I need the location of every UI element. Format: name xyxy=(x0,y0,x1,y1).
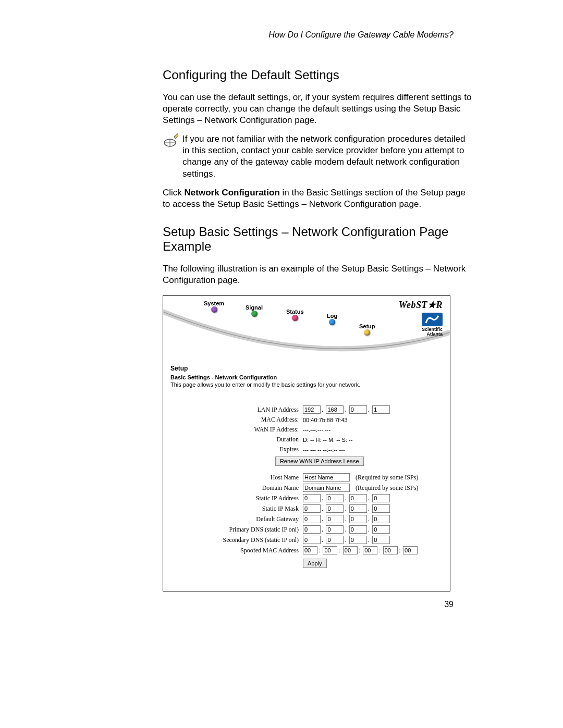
dns2-3[interactable] xyxy=(349,536,367,544)
spoof-mac-5[interactable] xyxy=(383,546,398,554)
settings-form: LAN IP Address . . . MAC Address: 00:40:… xyxy=(218,404,420,569)
apply-button[interactable]: Apply xyxy=(303,559,327,568)
orb-setup xyxy=(364,329,370,336)
running-header: How Do I Configure the Gateway Cable Mod… xyxy=(268,30,454,40)
panel-title: Setup xyxy=(170,365,443,372)
value-wan-ip: ---.---.---.--- xyxy=(301,425,420,435)
paragraph-click: Click Network Configuration in the Basic… xyxy=(163,187,474,210)
nav-log[interactable]: Log xyxy=(327,313,337,326)
label-dns2: Secondary DNS (static IP onl) xyxy=(218,535,301,545)
spoof-mac-4[interactable] xyxy=(363,546,377,554)
static-ip-1[interactable] xyxy=(303,494,321,502)
row-host: Host Name (Required by some ISPs) xyxy=(218,472,420,483)
dns2-2[interactable] xyxy=(326,536,344,544)
renew-lease-button[interactable]: Renew WAN IP Address Lease xyxy=(275,456,364,466)
label-wan-ip: WAN IP Address: xyxy=(218,425,301,435)
static-mask-3[interactable] xyxy=(349,504,367,513)
label-dns1: Primary DNS (static IP onl) xyxy=(218,524,301,535)
lan-ip-octet-1[interactable] xyxy=(303,405,321,414)
dns2-1[interactable] xyxy=(303,536,321,544)
row-spoof-mac: Spoofed MAC Address : : : : : xyxy=(218,545,420,556)
screenshot-panel: System Signal Status Log Setup WebST★R xyxy=(163,295,450,591)
orb-signal xyxy=(251,311,258,317)
dns1-4[interactable] xyxy=(372,525,390,534)
paragraph-default: You can use the default settings, or, if… xyxy=(163,92,474,126)
brand-area: WebST★R Scientific Atlanta xyxy=(399,299,443,337)
heading-default-settings: Configuring the Default Settings xyxy=(163,68,474,82)
label-spoof-mac: Spoofed MAC Address xyxy=(218,545,301,556)
row-dns2: Secondary DNS (static IP onl) . . . xyxy=(218,535,420,545)
gateway-1[interactable] xyxy=(303,515,321,523)
row-duration: Duration D: -- H: -- M: -- S: -- xyxy=(218,435,420,445)
label-static-mask: Static IP Mask xyxy=(218,503,301,514)
lan-ip-octet-2[interactable] xyxy=(326,405,344,414)
panel-subtitle: Basic Settings - Network Configuration xyxy=(170,374,443,380)
label-mac: MAC Address: xyxy=(218,415,301,425)
row-static-mask: Static IP Mask . . . xyxy=(218,503,420,514)
nav-setup[interactable]: Setup xyxy=(359,323,375,337)
spoof-mac-1[interactable] xyxy=(303,546,317,554)
domain-required-note: (Required by some ISPs) xyxy=(351,484,418,491)
heading-example: Setup Basic Settings – Network Configura… xyxy=(163,225,474,254)
row-expires: Expires --- --- -- --:--:-- --- xyxy=(218,445,420,454)
note-icon xyxy=(163,131,179,150)
nav-signal[interactable]: Signal xyxy=(246,304,263,318)
dns1-2[interactable] xyxy=(326,525,344,534)
dns2-4[interactable] xyxy=(372,536,390,544)
panel-description: This page allows you to enter or modify … xyxy=(170,381,443,388)
static-mask-4[interactable] xyxy=(372,504,390,513)
spoof-mac-3[interactable] xyxy=(343,546,358,554)
gateway-4[interactable] xyxy=(372,515,390,523)
value-mac: 00:40:7b:88:7f:43 xyxy=(301,415,420,425)
value-expires: --- --- -- --:--:-- --- xyxy=(301,445,420,454)
nav-arc: System Signal Status Log Setup WebST★R xyxy=(163,296,450,361)
host-name-input[interactable] xyxy=(303,473,350,482)
dns1-3[interactable] xyxy=(349,525,367,534)
lan-ip-octet-4[interactable] xyxy=(372,405,390,414)
row-wan-ip: WAN IP Address: ---.---.---.--- xyxy=(218,425,420,435)
paragraph-example: The following illustration is an example… xyxy=(163,263,474,286)
domain-name-input[interactable] xyxy=(303,484,350,492)
orb-system xyxy=(211,306,217,313)
label-expires: Expires xyxy=(218,445,301,454)
row-mac: MAC Address: 00:40:7b:88:7f:43 xyxy=(218,415,420,425)
sa-badge-icon xyxy=(422,313,443,326)
dns1-1[interactable] xyxy=(303,525,321,534)
row-domain: Domain Name (Required by some ISPs) xyxy=(218,483,420,493)
orb-log xyxy=(329,319,335,325)
value-duration: D: -- H: -- M: -- S: -- xyxy=(301,435,420,445)
label-duration: Duration xyxy=(218,435,301,445)
row-static-ip: Static IP Address . . . xyxy=(218,493,420,503)
orb-status xyxy=(292,315,298,321)
label-gateway: Default Gateway xyxy=(218,514,301,524)
row-gateway: Default Gateway . . . xyxy=(218,514,420,524)
sa-text-2: Atlanta xyxy=(399,332,443,337)
nav-status[interactable]: Status xyxy=(286,309,304,322)
row-renew: Renew WAN IP Address Lease xyxy=(218,454,420,472)
bold-network-configuration: Network Configuration xyxy=(185,188,280,198)
gateway-3[interactable] xyxy=(349,515,367,523)
lan-ip-octet-3[interactable] xyxy=(349,405,367,414)
host-required-note: (Required by some ISPs) xyxy=(351,474,418,481)
webstar-logo: WebST★R xyxy=(399,299,443,311)
static-mask-1[interactable] xyxy=(303,504,321,513)
static-mask-2[interactable] xyxy=(326,504,344,513)
paragraph-note: If you are not familiar with the network… xyxy=(182,133,474,179)
spoof-mac-6[interactable] xyxy=(403,546,418,554)
row-apply: Apply xyxy=(218,556,420,569)
spoof-mac-2[interactable] xyxy=(323,546,337,554)
label-host: Host Name xyxy=(218,472,301,483)
page-number: 39 xyxy=(444,600,454,609)
static-ip-2[interactable] xyxy=(326,494,344,502)
label-lan-ip: LAN IP Address xyxy=(218,404,301,415)
static-ip-4[interactable] xyxy=(372,494,390,502)
static-ip-3[interactable] xyxy=(349,494,367,502)
row-lan-ip: LAN IP Address . . . xyxy=(218,404,420,415)
label-static-ip: Static IP Address xyxy=(218,493,301,503)
nav-system[interactable]: System xyxy=(204,300,224,314)
row-dns1: Primary DNS (static IP onl) . . . xyxy=(218,524,420,535)
label-domain: Domain Name xyxy=(218,483,301,493)
gateway-2[interactable] xyxy=(326,515,344,523)
